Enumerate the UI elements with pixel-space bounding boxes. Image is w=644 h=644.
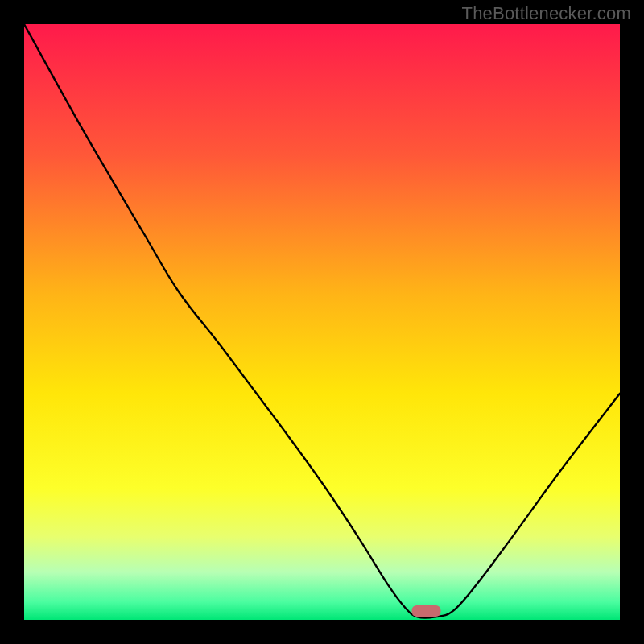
plot-background [24,24,620,620]
bottleneck-chart [24,24,620,620]
watermark-text: TheBottlenecker.com [462,3,631,24]
chart-frame [24,24,620,620]
optimum-marker [412,605,441,617]
